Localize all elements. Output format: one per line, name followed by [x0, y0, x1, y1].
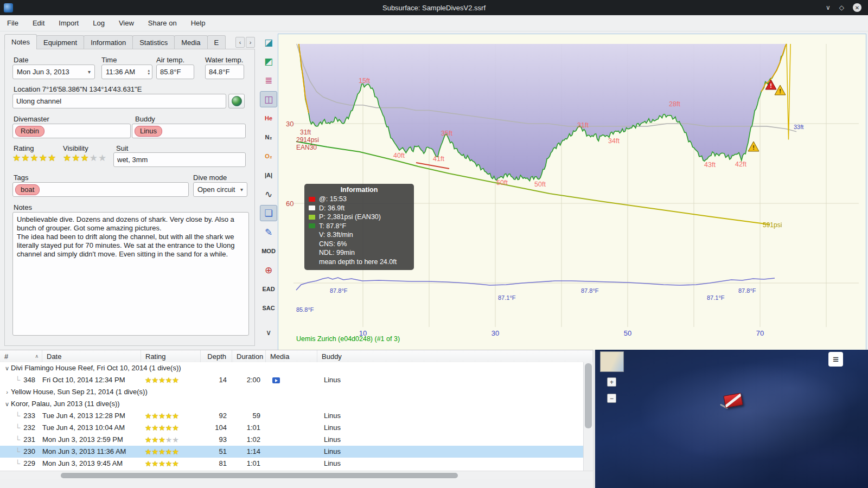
svg-text:43ft: 43ft	[704, 161, 716, 169]
menu-file[interactable]: File	[0, 19, 25, 27]
divemaster-field[interactable]: Robin	[12, 124, 131, 138]
column-header-depth[interactable]: Depth	[201, 350, 232, 362]
column-header-buddy[interactable]: Buddy	[317, 350, 593, 362]
tags-field[interactable]: boat	[12, 182, 189, 197]
maximize-icon[interactable]: ◇	[839, 4, 844, 11]
tab-scroll-left-icon[interactable]: ‹	[235, 37, 245, 48]
dive-row[interactable]: └233 Tue Jun 4, 2013 12:28 PM ★★★★★ 92 5…	[0, 410, 583, 422]
photos-icon[interactable]: ❏	[260, 205, 277, 221]
suit-field[interactable]	[113, 152, 246, 167]
menu-import[interactable]: Import	[52, 19, 86, 27]
zoom-in-button[interactable]: +	[607, 377, 616, 387]
map-menu-button[interactable]: ≡	[828, 352, 843, 367]
tab-e[interactable]: E	[207, 35, 226, 49]
heart-rate-icon[interactable]: ∿	[260, 186, 277, 202]
trip-row[interactable]: ∨ Koror, Palau, Jun 2013 (11 dive(s))	[0, 398, 583, 410]
dive-number: 230	[23, 446, 35, 458]
dive-depth: 92	[201, 410, 232, 422]
dive-row[interactable]: └348 Fri Oct 10, 2014 12:34 PM ★★★★★ 14 …	[0, 374, 583, 386]
air-graph-icon[interactable]: |A|	[260, 167, 277, 183]
visibility-stars[interactable]: ★★★★★	[63, 152, 107, 164]
dive-site-marker[interactable]	[723, 393, 743, 408]
sac-icon[interactable]: SAC	[260, 300, 277, 316]
dive-mode-select[interactable]: Open circuit ▾	[193, 182, 247, 197]
dive-list-vertical-scrollbar[interactable]	[583, 362, 593, 471]
n2-graph-icon[interactable]: N₂	[260, 129, 277, 145]
tab-equipment[interactable]: Equipment	[36, 35, 84, 49]
tab-statistics[interactable]: Statistics	[132, 35, 175, 49]
profile-infobox: Information @: 15:53 D: 36.9ft P: 2,381p…	[304, 184, 414, 270]
spin-down-icon[interactable]: ▾	[148, 72, 150, 75]
dive-row[interactable]: └231 Mon Jun 3, 2013 2:59 PM ★★★★★ 93 1:…	[0, 434, 583, 446]
star-icon: ★	[172, 435, 179, 444]
ead-icon[interactable]: EAD	[260, 281, 277, 297]
divemaster-tag[interactable]: Robin	[15, 126, 44, 137]
ceiling-3m-icon[interactable]: ◫	[260, 91, 277, 107]
infobox-row: mean depth to here 24.0ft	[309, 258, 410, 267]
dc-ceiling-icon[interactable]: ◪	[260, 34, 277, 50]
column-header-number[interactable]: #∧	[0, 350, 42, 362]
menu-log[interactable]: Log	[86, 19, 112, 27]
photo-icon	[272, 377, 280, 383]
star-icon: ★	[158, 376, 165, 384]
dive-date: Fri Oct 10, 2014 12:34 PM	[42, 374, 141, 386]
tree-connector: └	[15, 458, 20, 470]
column-header-rating[interactable]: Rating	[141, 350, 201, 362]
expand-icon[interactable]: ›	[3, 386, 11, 398]
mod-icon[interactable]: MOD	[260, 243, 277, 259]
all-tissues-icon[interactable]: ≣	[260, 72, 277, 88]
globe-button[interactable]	[228, 94, 245, 108]
star-icon: ★	[145, 435, 152, 444]
date-select[interactable]: Mon Jun 3, 2013 ▾	[12, 65, 95, 79]
infobox-row: NDL: 99min	[309, 248, 410, 258]
star-icon: ★	[165, 447, 173, 456]
menu-view[interactable]: View	[112, 19, 141, 27]
legend-chip	[309, 223, 315, 228]
he-graph-icon[interactable]: He	[260, 110, 277, 126]
dive-mode-value: Open circuit	[197, 185, 235, 194]
tab-information[interactable]: Information	[84, 35, 133, 49]
tab-notes[interactable]: Notes	[4, 34, 37, 49]
zoom-out-button[interactable]: −	[607, 394, 616, 403]
o2-graph-icon[interactable]: O₂	[260, 148, 277, 164]
buddy-tag[interactable]: Linus	[135, 126, 162, 137]
rating-stars[interactable]: ★★★★★	[12, 152, 56, 164]
tab-scroll-right-icon[interactable]: ›	[246, 37, 255, 48]
dive-rating: ★★★★★	[141, 410, 201, 422]
minimize-icon[interactable]: ∨	[826, 4, 831, 11]
air-temp-field[interactable]	[156, 65, 194, 79]
buddy-field[interactable]: Linus	[132, 124, 246, 138]
column-header-duration[interactable]: Duration	[232, 350, 266, 362]
calculated-ceiling-icon[interactable]: ◩	[260, 53, 277, 69]
map-pane[interactable]: + − ≡	[595, 350, 868, 488]
location-field[interactable]	[12, 94, 226, 108]
close-icon[interactable]: ✕	[853, 3, 861, 12]
tab-media[interactable]: Media	[174, 35, 207, 49]
dive-row[interactable]: └229 Mon Jun 3, 2013 9:45 AM ★★★★★ 81 1:…	[0, 458, 583, 470]
dive-row[interactable]: └230 Mon Jun 3, 2013 11:36 AM ★★★★★ 51 1…	[0, 446, 583, 458]
ruler-icon[interactable]: ✎	[260, 224, 277, 240]
collapse-icon[interactable]: ∨	[3, 362, 11, 374]
notes-textarea[interactable]: Unbelievable dive. Dozens and dozens of …	[12, 212, 249, 336]
time-input[interactable]: 11:36 AM ▴▾	[101, 65, 152, 79]
tab-strip: NotesEquipmentInformationStatisticsMedia…	[4, 34, 233, 49]
trip-row[interactable]: ∨ Divi Flamingo House Reef, Fri Oct 10, …	[0, 362, 583, 374]
average-depth-icon[interactable]: ⊕	[260, 262, 277, 278]
tag-boat[interactable]: boat	[15, 184, 40, 195]
dive-list-horizontal-scrollbar[interactable]	[0, 471, 593, 479]
column-header-date[interactable]: Date	[42, 350, 141, 362]
tree-connector: └	[15, 446, 20, 458]
menu-help[interactable]: Help	[184, 19, 213, 27]
collapse-icon[interactable]: ∨	[3, 398, 11, 410]
column-header-media[interactable]: Media	[266, 350, 317, 362]
collapse-profile-icon[interactable]: ∨	[260, 324, 277, 341]
water-temp-field[interactable]	[205, 65, 244, 79]
menu-edit[interactable]: Edit	[25, 19, 52, 27]
svg-text:87.1°F: 87.1°F	[498, 294, 516, 301]
dive-row[interactable]: └232 Tue Jun 4, 2013 10:04 AM ★★★★★ 104 …	[0, 422, 583, 434]
minimap[interactable]	[600, 351, 624, 372]
dive-profile-pane[interactable]: ! ! ! 30601030507015ft40ft41ft35ft50ft50…	[278, 34, 866, 351]
dive-depth: 81	[201, 458, 232, 470]
trip-row[interactable]: › Yellow House, Sun Sep 21, 2014 (1 dive…	[0, 386, 583, 398]
menu-share-on[interactable]: Share on	[141, 19, 184, 27]
